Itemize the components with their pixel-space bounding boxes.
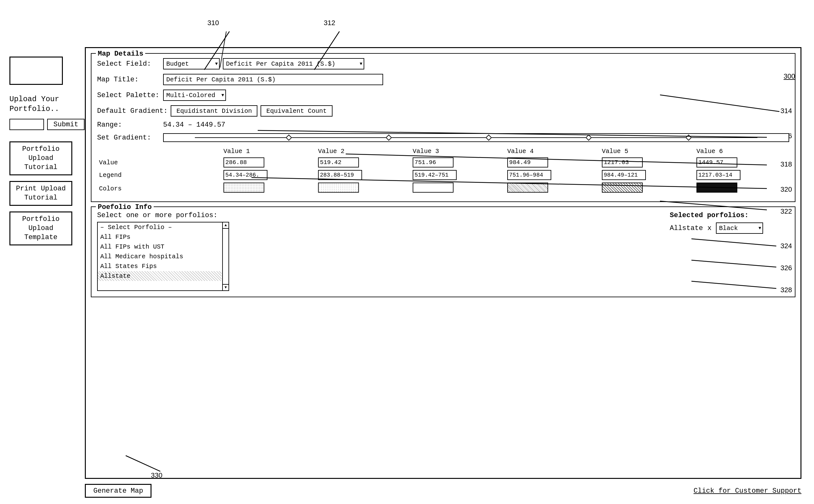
scroll-down-arrow[interactable]: ▼: [223, 284, 228, 290]
upload-label: Upload Your Portfolio..: [9, 94, 79, 114]
value-header-5: Value 5: [602, 148, 628, 155]
list-item-allfips[interactable]: All FIPs: [98, 232, 222, 242]
color-swatch-5[interactable]: [602, 183, 643, 193]
scroll-up-arrow[interactable]: ▲: [223, 222, 228, 229]
value-1-input[interactable]: [223, 157, 264, 167]
portfolio-right: Selected porfolios: Allstate x Black Red…: [670, 211, 789, 234]
legend-3-input[interactable]: [413, 170, 457, 180]
palette-select-wrapper[interactable]: Multi-Colored ▼: [163, 90, 226, 101]
color-swatch-2[interactable]: [318, 183, 359, 193]
selected-portfolio-name: Allstate: [670, 224, 703, 232]
equivalent-button[interactable]: Equivalent Count: [261, 105, 332, 117]
legend-1-input[interactable]: [223, 170, 267, 180]
listbox-scrollbar: ▲ ▼: [222, 222, 228, 290]
gradient-diamond-1[interactable]: [286, 134, 292, 141]
list-item-allfips-ust[interactable]: All FIPs with UST: [98, 242, 222, 252]
legend-row-label: Legend: [99, 172, 122, 179]
gradient-diamond-3[interactable]: [486, 134, 492, 141]
value-2-input[interactable]: [318, 157, 359, 167]
range-value: 54.34 – 1449.57: [163, 121, 225, 129]
range-label: Range:: [97, 121, 160, 129]
portfolio-color-wrapper[interactable]: Black Red Blue Green ▼: [716, 222, 763, 234]
selected-portfolios-label: Selected porfolios:: [670, 211, 789, 219]
value-6-input[interactable]: [696, 157, 737, 167]
map-title-input[interactable]: [163, 74, 383, 85]
main-panel: Map Details Select Field: Budget ▼ Defic…: [85, 47, 801, 479]
portfolio-color-arrow: ▼: [758, 226, 761, 231]
value-header-4: Value 4: [507, 148, 534, 155]
value-header-1: Value 1: [223, 148, 250, 155]
colors-row-label: Colors: [99, 185, 122, 192]
gradient-track[interactable]: [163, 133, 789, 142]
value-3-input[interactable]: [413, 157, 454, 167]
portfolio-info-title: Poefolio Info: [96, 203, 154, 211]
map-details-title: Map Details: [96, 50, 145, 58]
legend-4-input[interactable]: [507, 170, 551, 180]
palette-select[interactable]: Multi-Colored: [164, 90, 225, 100]
legend-6-input[interactable]: [696, 170, 740, 180]
legend-2-input[interactable]: [318, 170, 362, 180]
gradient-diamond-4[interactable]: [586, 134, 592, 141]
value-header-3: Value 3: [413, 148, 439, 155]
portfolio-list-inner[interactable]: – Select Porfolio – All FIPs All FIPs wi…: [98, 222, 222, 290]
portfolio-upload-tutorial-button[interactable]: Portfolio Upload Tutorial: [9, 141, 72, 175]
list-item-placeholder[interactable]: – Select Porfolio –: [98, 222, 222, 232]
values-table: Value 1 Value 2 Value 3 Value 4 Value 5 …: [97, 146, 789, 196]
color-swatch-3[interactable]: [413, 183, 454, 193]
value-header-2: Value 2: [318, 148, 344, 155]
portfolio-info-section: Poefolio Info Select one or more porfoli…: [91, 206, 795, 297]
remove-portfolio-button[interactable]: x: [707, 224, 712, 232]
upload-input[interactable]: [9, 119, 44, 130]
select-field-label: Select Field:: [97, 60, 160, 68]
field-select-1-arrow: ▼: [215, 61, 218, 66]
submit-button[interactable]: Submit: [47, 119, 85, 130]
value-4-input[interactable]: [507, 157, 548, 167]
list-item-allstate[interactable]: Allstate: [98, 271, 222, 281]
ref-310: 310: [207, 19, 219, 27]
print-upload-tutorial-button[interactable]: Print Upload Tutorial: [9, 181, 72, 206]
map-title-label: Map Title:: [97, 76, 160, 84]
field-select-2-wrapper[interactable]: Deficit Per Capita 2011 (S.$) ▼: [223, 58, 364, 69]
legend-5-input[interactable]: [602, 170, 646, 180]
logo-box: [9, 57, 63, 85]
field-select-1[interactable]: Budget: [164, 59, 199, 69]
portfolio-listbox[interactable]: – Select Porfolio – All FIPs All FIPs wi…: [97, 222, 229, 291]
value-row-label: Value: [99, 159, 118, 166]
equidistant-button[interactable]: Equidistant Division: [171, 105, 257, 117]
list-item-states-fips[interactable]: All States Fips: [98, 261, 222, 271]
value-header-6: Value 6: [696, 148, 723, 155]
color-swatch-6[interactable]: [696, 183, 737, 193]
ref-312: 312: [324, 19, 335, 27]
customer-support-link[interactable]: Click for Customer Support: [694, 487, 801, 495]
field-select-2[interactable]: Deficit Per Capita 2011 (S.$): [223, 59, 364, 69]
select-portfolios-label: Select one or more porfolios:: [97, 211, 660, 219]
gradient-diamond-5[interactable]: [685, 134, 692, 141]
field-select-1-wrapper[interactable]: Budget ▼: [163, 58, 220, 69]
color-swatch-4[interactable]: [507, 183, 548, 193]
portfolio-left: Select one or more porfolios: – Select P…: [97, 211, 660, 291]
bottom-row: Generate Map Click for Customer Support: [85, 484, 801, 498]
generate-map-button[interactable]: Generate Map: [85, 484, 151, 498]
map-details-section: Map Details Select Field: Budget ▼ Defic…: [91, 53, 795, 202]
list-item-medicare[interactable]: All Medicare hospitals: [98, 252, 222, 261]
default-gradient-label: Default Gradient:: [97, 107, 168, 115]
value-5-input[interactable]: [602, 157, 643, 167]
portfolio-upload-template-button[interactable]: Portfolio Upload Template: [9, 211, 72, 245]
portfolio-color-select[interactable]: Black Red Blue Green: [717, 223, 748, 233]
color-swatch-1[interactable]: [223, 183, 264, 193]
select-palette-label: Select Palette:: [97, 91, 160, 99]
gradient-diamond-2[interactable]: [386, 134, 392, 141]
set-gradient-label: Set Gradient:: [97, 134, 160, 142]
gradient-line: [195, 137, 757, 138]
